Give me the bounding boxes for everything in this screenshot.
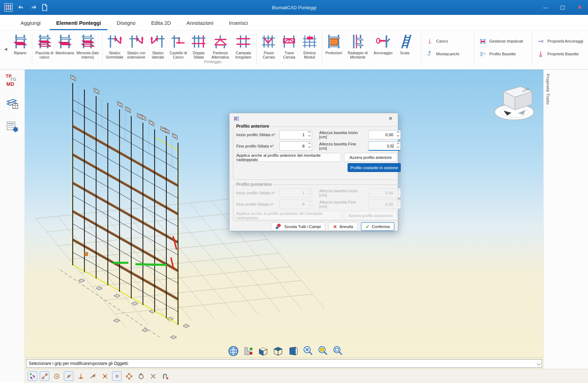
spinner-arrows[interactable] [309,190,310,194]
ribbon-separator [32,33,32,65]
applica-posteriore-button[interactable]: Applica anche al profilo posteriore del … [236,211,341,220]
ribbon-item-partenza[interactable]: Partenza Alternativa [209,33,232,59]
snap-quadrant-toggle[interactable] [124,371,134,381]
radoppio-icon [350,33,366,50]
clear-fields-icon [276,224,282,229]
ribbon-item-piazzola[interactable]: Piazzola di carico [34,33,54,59]
inizio-profilo-post-spinner[interactable]: 1 [279,188,312,198]
ribbon-item-gestione-impalcati[interactable]: Gestione Impalcati [476,37,530,45]
ribbon-item-campata[interactable]: Campata Irregolare [232,33,255,59]
spinner-arrows[interactable] [397,201,399,206]
azzera-anteriore-button[interactable]: Azzera profilo anteriore [344,153,397,162]
ribbon-item-proprieta-ancoraggi[interactable]: Proprietà Ancoraggi [534,37,588,45]
ucs-icon[interactable] [242,345,255,357]
applica-anteriore-button[interactable]: Applica anche al profilo anteriore del m… [236,153,341,162]
ribbon-item-trave-carraia[interactable]: Trave Carraia [279,33,299,59]
ribbon-item-radoppio[interactable]: Radoppio di Montante [344,33,372,59]
ribbon-item-elimina-moduli[interactable]: Elimina Moduli [299,33,320,59]
conferma-button[interactable]: ✓ Conferma [361,222,394,231]
fine-profilo-post-spinner[interactable]: 8 [279,200,312,209]
snap-none-toggle[interactable] [160,371,170,381]
bottom-left-panel [0,357,25,383]
layers-table-icon[interactable] [6,97,19,111]
ribbon-item-castello[interactable]: Castello di Carico [168,33,188,59]
tab-inserisci[interactable]: Inserisci [223,17,254,30]
wireframe-cube-icon[interactable] [257,345,270,357]
face-panel-icon[interactable] [287,345,299,357]
ribbon-item-ancoraggio[interactable]: Ancoraggio [372,33,395,55]
ribbon-item-sbalzo-sommitale[interactable]: Sbalzo Sommitale [104,33,124,59]
snap-perpendicular-toggle[interactable] [76,371,85,381]
snap-nearest-toggle[interactable] [136,371,146,381]
chevron-down-icon[interactable] [537,361,541,365]
snap-apparent-intersection-toggle[interactable] [148,371,158,381]
close-button[interactable]: ✕ [571,0,588,15]
titlebar[interactable]: BlumatiCAD Ponteggi — ✕ [0,0,588,15]
dialog-header[interactable]: ✕ [229,113,398,123]
ribbon-item-mensola[interactable]: Mensola (lato interno) [75,33,100,59]
ribbon-item-profilo-basette[interactable]: Profilo Basette [476,50,530,58]
azzera-posteriore-button[interactable]: Azzera profilo posteriore [344,211,397,220]
zoom-extents-icon[interactable] [301,345,314,357]
spinner-arrows[interactable] [397,132,399,136]
spinner-arrows[interactable] [309,201,310,206]
zoom-previous-icon[interactable] [331,345,344,357]
profilo-costante-button[interactable]: Profilo costante in sezione [348,163,401,172]
tab-annotazioni[interactable]: Annotazioni [180,17,220,30]
application-window: BlumatiCAD Ponteggi — ✕ Aggiungi Element… [0,0,588,383]
ribbon-scroll-left[interactable]: ◀ [1,33,10,65]
undo-icon[interactable] [18,4,25,11]
tab-aggiungi[interactable]: Aggiungi [14,17,47,30]
altezza-inizio-post-spinner[interactable]: 0,00 [368,188,401,198]
snap-endpoint-toggle[interactable] [40,371,49,381]
ribbon-item-scala[interactable]: Scala [394,33,415,55]
ribbon-separator [532,33,532,65]
ribbon-item-proprieta-basette[interactable]: Proprietà Basette [534,50,588,58]
list-settings-icon[interactable] [6,120,19,133]
snap-midpoint-toggle[interactable] [64,371,73,381]
ribbon-item-sbalzo-estensione[interactable]: Sbalzo con estensione [125,33,148,59]
ribbon-item-carico[interactable]: Carico [423,37,472,45]
new-document-icon[interactable] [42,4,48,11]
spinner-arrows[interactable] [397,190,399,194]
altezza-fine-post-spinner[interactable]: 0,50 [368,200,401,209]
altezza-inizio-spinner[interactable]: 0,00 [368,130,401,139]
solid-cube-icon[interactable] [272,345,284,357]
proprieta-tratto-tab[interactable]: Proprietà Tratto [546,74,550,105]
fine-profilo-spinner[interactable]: 8 [279,141,312,151]
view-cube[interactable]: Left [495,87,534,120]
doppia-stilata-icon [190,33,207,50]
ribbon-item-sbalzo-laterale[interactable]: Sbalzo laterale [148,33,168,59]
zoom-window-icon[interactable] [316,345,329,357]
redo-icon[interactable] [30,4,37,11]
fine-profilo-post-label: Fine profilo Stilata n° [236,202,276,206]
spinner-arrows[interactable] [309,132,310,136]
tab-disegno[interactable]: Disegno [110,17,142,30]
ribbon-item-mantovana[interactable]: Mantovana [55,33,75,55]
annulla-button[interactable]: ✕ Annulla [328,222,357,231]
spinner-arrows[interactable] [397,143,399,148]
command-input[interactable]: Selezionare i grip per modificare/sposta… [26,359,542,368]
svuota-campi-button[interactable]: Svuota Tutti i Campi [271,222,325,231]
snap-tangent-toggle[interactable] [88,371,98,381]
ribbon-item-passo-carraio[interactable]: Passo Carraio [259,33,279,59]
inizio-profilo-spinner[interactable]: 1 [279,130,312,139]
ribbon-item-montacarichi[interactable]: Montacarichi [423,50,472,58]
ribbon-item-doppia-stilata[interactable]: Doppia Stilata [188,33,209,59]
tab-elementi-ponteggi[interactable]: Elementi Ponteggi [50,17,107,30]
snap-intersection-toggle[interactable] [100,371,110,381]
globe-view-icon[interactable] [227,345,240,357]
altezza-fine-spinner[interactable]: 0,5 [368,141,401,151]
maximize-button[interactable] [554,0,571,15]
ribbon-item-ripiano[interactable]: Ripiano [10,33,30,55]
snap-node-toggle[interactable] [112,371,122,381]
dialog-close-button[interactable]: ✕ [386,115,395,122]
snap-center-toggle[interactable] [52,371,61,381]
spinner-arrows[interactable] [309,143,310,148]
minimize-button[interactable]: — [537,0,554,15]
tab-edita-2d[interactable]: Edita 2D [145,17,177,30]
ribbon-separator [256,33,257,65]
ribbon-item-protezioni[interactable]: Protezioni [324,33,344,55]
snap-magnet-toggle[interactable] [28,371,37,381]
mensola-icon [79,33,96,50]
